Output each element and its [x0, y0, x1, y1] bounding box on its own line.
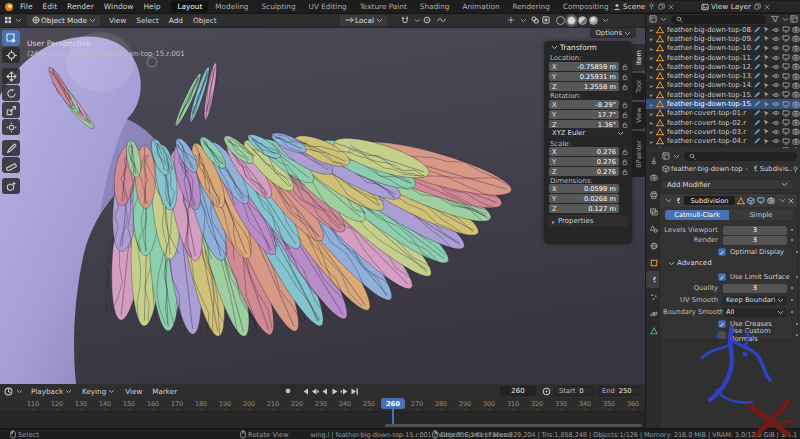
auto-key-icon[interactable]: [542, 387, 551, 396]
viewport-menu-object[interactable]: Object: [188, 16, 222, 25]
disable-render-icon[interactable]: [792, 63, 800, 70]
mode-dropdown[interactable]: Object Mode: [27, 15, 100, 26]
levels-viewport-field[interactable]: 3: [723, 226, 787, 235]
filter-funnel-icon[interactable]: [771, 15, 779, 23]
viewport-menu-add[interactable]: Add: [164, 16, 188, 25]
add-modifier-button[interactable]: Add Modifier: [661, 179, 794, 190]
workspace-tab-animation[interactable]: Animation: [456, 1, 505, 12]
hide-viewport-icon[interactable]: [772, 45, 780, 51]
shading-wireframe-icon[interactable]: [556, 16, 565, 25]
editor-type-icon[interactable]: [4, 16, 12, 24]
animate-dot[interactable]: [796, 323, 798, 325]
xray-toggle-icon[interactable]: [542, 16, 550, 24]
disable-render-icon[interactable]: [792, 91, 800, 98]
rotation-x-field[interactable]: X-8.29°: [549, 100, 619, 109]
disable-render-icon[interactable]: [792, 35, 800, 42]
gizmo-toggle-icon[interactable]: [507, 16, 515, 24]
outliner-row[interactable]: ▸feather-big-down-top-08.r: [646, 25, 800, 34]
location-x-field[interactable]: X-0.75859 m: [549, 62, 619, 71]
hide-viewport-icon[interactable]: [772, 82, 780, 88]
disable-viewport-icon[interactable]: [782, 82, 790, 89]
disable-viewport-icon[interactable]: [782, 54, 790, 61]
jump-to-end-button[interactable]: [350, 386, 359, 396]
disable-render-icon[interactable]: [792, 128, 800, 135]
shading-material-preview-icon[interactable]: [578, 16, 587, 25]
disable-viewport-icon[interactable]: [782, 63, 790, 70]
properties-editor-icon[interactable]: [662, 152, 670, 160]
lock-icon[interactable]: [622, 147, 630, 156]
disable-viewport-icon[interactable]: [782, 35, 790, 42]
workspace-tab-sculpting[interactable]: Sculpting: [256, 1, 302, 12]
frame-end-field[interactable]: End 250: [597, 386, 642, 396]
expand-icon[interactable]: ▸: [648, 35, 655, 42]
outliner-row[interactable]: ▸feather-covert-top-01.r: [646, 109, 800, 118]
scene-selector[interactable]: Scene: [610, 1, 700, 12]
outliner-search-input[interactable]: [671, 15, 766, 24]
sidebar-tab-tool[interactable]: Tool: [632, 73, 645, 100]
pin-icon[interactable]: [648, 3, 655, 10]
tool-scale[interactable]: [2, 102, 20, 118]
sidebar-tab-item[interactable]: Item: [632, 44, 645, 71]
disable-render-icon[interactable]: [792, 26, 800, 33]
tool-add-cube[interactable]: [2, 178, 20, 194]
viewport-options-button[interactable]: Options: [590, 28, 636, 38]
rotation-mode-dropdown[interactable]: XYZ Euler: [549, 128, 627, 138]
outliner-row[interactable]: ▸feather-big-down-top-12.r: [646, 62, 800, 71]
timeline-menu-keying[interactable]: Keying: [77, 387, 120, 396]
outliner-row[interactable]: ▸feather-big-down-top-15.r: [646, 90, 800, 99]
outliner-editor-icon[interactable]: [649, 15, 657, 23]
subdivision-type-catmull-clark[interactable]: Catmull-Clark: [665, 210, 729, 220]
outliner-row[interactable]: ▸feather-big-down-top-13.r: [646, 72, 800, 81]
optimal-display-checkbox[interactable]: ✓: [718, 248, 726, 256]
hide-viewport-icon[interactable]: [772, 36, 780, 42]
show-in-render-icon[interactable]: [767, 197, 775, 204]
animate-dot[interactable]: [796, 251, 798, 253]
disable-render-icon[interactable]: [792, 101, 800, 108]
playhead-frame-badge[interactable]: 260: [381, 398, 405, 409]
use-custom-normals-checkbox[interactable]: [718, 331, 726, 339]
previous-keyframe-button[interactable]: [310, 386, 319, 396]
selectable-icon[interactable]: [763, 128, 770, 135]
disable-viewport-icon[interactable]: [782, 26, 790, 33]
selectable-icon[interactable]: [763, 63, 770, 70]
tool-rotate[interactable]: [2, 85, 20, 101]
properties-subpanel-header[interactable]: ▸ Properties: [548, 215, 628, 227]
new-scene-icon[interactable]: [658, 3, 665, 10]
disable-viewport-icon[interactable]: [782, 91, 790, 98]
scale-x-field[interactable]: X0.276: [549, 147, 619, 156]
outliner-row[interactable]: ▸feather-covert-top-03.r: [646, 127, 800, 136]
properties-tab-tool[interactable]: [646, 152, 661, 169]
quality-field[interactable]: 3: [723, 284, 787, 293]
disable-viewport-icon[interactable]: [782, 101, 790, 108]
lock-icon[interactable]: [622, 72, 630, 81]
close-icon[interactable]: [668, 4, 674, 10]
auto-keying-button[interactable]: [280, 386, 296, 396]
workspace-tab-compositing[interactable]: Compositing: [557, 1, 615, 12]
disable-render-icon[interactable]: [792, 110, 800, 117]
expand-icon[interactable]: ▸: [648, 110, 655, 117]
outliner-row[interactable]: ▸feather-covert-top-04.r: [646, 137, 800, 146]
animate-dot[interactable]: [791, 229, 793, 231]
expand-icon[interactable]: ▸: [648, 45, 655, 52]
tool-cursor[interactable]: [2, 47, 20, 63]
properties-search-input[interactable]: [684, 152, 797, 161]
selectable-icon[interactable]: [763, 110, 770, 117]
jump-to-start-button[interactable]: [300, 386, 309, 396]
timeline[interactable]: PlaybackKeyingViewMarker 260 Start 0 End…: [0, 384, 645, 428]
timeline-ruler[interactable]: 1101201301401501601701801902002102202302…: [0, 398, 645, 412]
sidebar-tab-bpainter[interactable]: BPainter: [632, 131, 645, 177]
workspace-tab-texture-paint[interactable]: Texture Paint: [354, 1, 413, 12]
boundary-smooth-dropdown[interactable]: All: [723, 308, 787, 317]
disable-viewport-icon[interactable]: [782, 119, 790, 126]
disable-render-icon[interactable]: [792, 54, 800, 61]
selectable-icon[interactable]: [763, 119, 770, 126]
animate-dot[interactable]: [796, 334, 798, 336]
outliner-row[interactable]: ▸feather-big-down-top-15.r.001: [646, 99, 800, 108]
topbar-menu-file[interactable]: File: [15, 0, 38, 13]
outliner-row[interactable]: ▸feather-covert-top-02.r: [646, 118, 800, 127]
location-z-field[interactable]: Z1.2558 m: [549, 82, 619, 91]
pin-icon[interactable]: [792, 166, 799, 173]
workspace-tab-uv-editing[interactable]: UV Editing: [303, 1, 353, 12]
close-icon[interactable]: [764, 4, 770, 10]
selectable-icon[interactable]: [763, 101, 770, 108]
